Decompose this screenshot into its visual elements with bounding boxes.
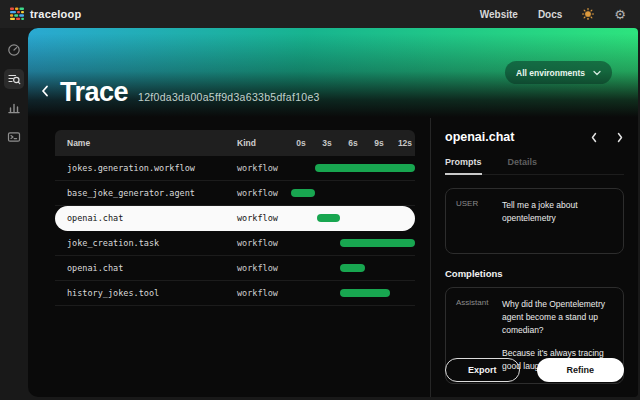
sidebar-item-dashboard[interactable]	[4, 40, 24, 60]
top-bar: traceloop Website Docs ⚙	[0, 0, 640, 28]
trace-id: 12f0da3da00a5ff9d3a633b5dfaf10e3	[138, 91, 320, 103]
terminal-icon	[7, 130, 21, 144]
span-row[interactable]: jokes.generation.workflowworkflow	[55, 156, 415, 181]
timeline-tick: 6s	[348, 138, 357, 148]
brand-name: traceloop	[30, 8, 81, 20]
sidebar-item-analytics[interactable]	[4, 98, 24, 118]
span-table-body: jokes.generation.workflowworkflowbase_jo…	[55, 156, 415, 306]
timeline-axis: 0s3s6s9s12s	[285, 130, 415, 156]
environment-selector[interactable]: All environments	[505, 61, 612, 84]
export-button[interactable]: Export	[445, 358, 520, 382]
environment-selector-label: All environments	[516, 68, 585, 78]
traceloop-logo-icon	[10, 7, 24, 21]
completions-heading: Completions	[445, 268, 624, 279]
bar-chart-icon	[7, 101, 21, 115]
trace-header: Trace 12f0da3da00a5ff9d3a633b5dfaf10e3 A…	[28, 28, 638, 118]
sun-icon[interactable]	[582, 8, 594, 20]
detail-tabs: Prompts Details	[445, 157, 624, 175]
span-row[interactable]: history_jokes.toolworkflow	[55, 281, 415, 306]
span-row[interactable]: openai.chatworkflow	[55, 256, 415, 281]
span-table: Name Kind 0s3s6s9s12s jokes.generation.w…	[55, 130, 415, 306]
tab-prompts[interactable]: Prompts	[445, 157, 482, 175]
prompt-text: Tell me a joke about opentelemetry	[502, 199, 615, 243]
span-name: openai.chat	[55, 213, 123, 223]
trace-search-icon	[7, 72, 21, 86]
span-row[interactable]: joke_creation.taskworkflow	[55, 231, 415, 256]
span-duration-bar	[315, 164, 415, 172]
content-panel: Trace 12f0da3da00a5ff9d3a633b5dfaf10e3 A…	[28, 28, 638, 397]
span-kind: workflow	[237, 213, 278, 223]
span-table-pane: Name Kind 0s3s6s9s12s jokes.generation.w…	[28, 118, 430, 397]
prompt-role-label: USER	[456, 199, 502, 243]
prompt-message: USER Tell me a joke about opentelemetry	[445, 188, 624, 254]
span-timeline-track	[285, 206, 415, 230]
span-name: history_jokes.tool	[55, 288, 159, 298]
span-name: jokes.generation.workflow	[55, 163, 195, 173]
gauge-icon	[7, 43, 21, 57]
span-detail-panel: openai.chat Prompts Details USER Tell me…	[430, 118, 638, 397]
timeline-tick: 0s	[296, 138, 305, 148]
website-link[interactable]: Website	[480, 9, 518, 20]
span-row[interactable]: base_joke_generator.agentworkflow	[55, 181, 415, 206]
span-name: openai.chat	[55, 263, 123, 273]
span-duration-bar	[340, 264, 365, 272]
timeline-tick: 3s	[322, 138, 331, 148]
span-row[interactable]: openai.chatworkflow	[55, 206, 415, 231]
span-detail-title: openai.chat	[445, 130, 514, 144]
span-name: base_joke_generator.agent	[55, 188, 195, 198]
span-timeline-track	[285, 231, 415, 255]
page-title: Trace	[60, 77, 128, 108]
tab-details[interactable]: Details	[508, 157, 538, 174]
span-kind: workflow	[237, 288, 278, 298]
span-duration-bar	[340, 239, 415, 247]
span-name: joke_creation.task	[55, 238, 159, 248]
column-header-name: Name	[55, 138, 90, 148]
sidebar-item-playground[interactable]	[4, 127, 24, 147]
span-timeline-track	[285, 281, 415, 305]
back-button[interactable]	[40, 84, 50, 98]
next-span-button[interactable]	[616, 132, 624, 143]
span-kind: workflow	[237, 188, 278, 198]
span-timeline-track	[285, 181, 415, 205]
sidebar-item-traces[interactable]	[4, 69, 24, 89]
timeline-tick: 9s	[374, 138, 383, 148]
span-duration-bar	[291, 189, 315, 197]
span-timeline-track	[285, 156, 415, 180]
sidebar	[0, 28, 28, 400]
prev-span-button[interactable]	[590, 132, 598, 143]
brand: traceloop	[10, 7, 81, 21]
span-kind: workflow	[237, 263, 278, 273]
gear-icon[interactable]: ⚙	[614, 8, 626, 21]
refine-button[interactable]: Refine	[537, 358, 624, 382]
column-header-kind: Kind	[237, 138, 256, 148]
chevron-down-icon	[593, 70, 601, 76]
span-duration-bar	[340, 289, 390, 297]
docs-link[interactable]: Docs	[538, 9, 562, 20]
span-timeline-track	[285, 256, 415, 280]
span-kind: workflow	[237, 238, 278, 248]
timeline-tick: 12s	[398, 138, 412, 148]
span-duration-bar	[317, 214, 340, 222]
span-table-header: Name Kind 0s3s6s9s12s	[55, 130, 415, 156]
span-kind: workflow	[237, 163, 278, 173]
